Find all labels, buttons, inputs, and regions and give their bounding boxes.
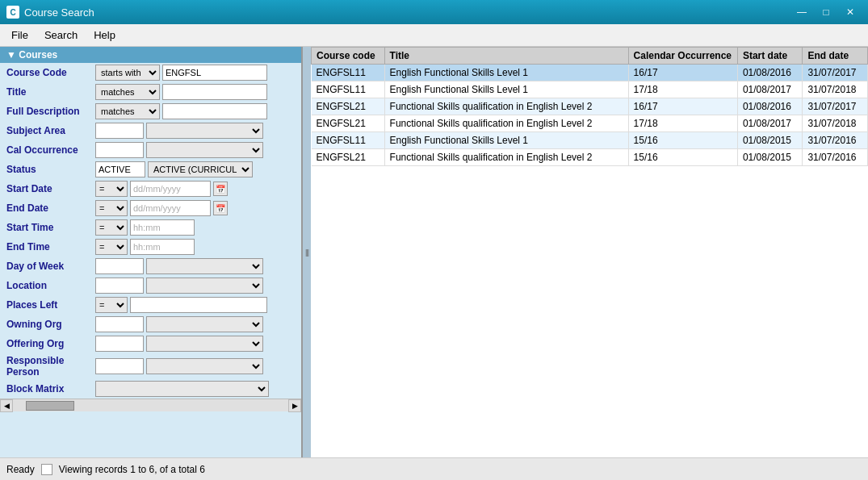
start-date-operator[interactable]: =<>	[95, 181, 128, 197]
cell-title: Functional Skills qualification in Engli…	[384, 115, 628, 132]
status-indicator	[41, 464, 52, 475]
status-label: Status	[6, 164, 95, 175]
start-time-operator[interactable]: =<>	[95, 219, 128, 236]
col-header-cal-occurrence[interactable]: Calendar Occurrence	[628, 48, 737, 65]
responsible-person-label: Responsible Person	[6, 355, 95, 378]
cal-occurrence-row: Cal Occurrence	[0, 140, 301, 160]
close-button[interactable]: ✕	[839, 4, 862, 20]
end-date-row: End Date =<> 📅	[0, 198, 301, 218]
start-date-calendar-icon[interactable]: 📅	[213, 182, 228, 196]
course-code-input[interactable]	[162, 65, 267, 81]
table-row[interactable]: ENGFSL11English Functional Skills Level …	[312, 65, 868, 81]
day-of-week-row: Day of Week	[0, 257, 301, 276]
cell-startDate: 01/08/2017	[737, 115, 803, 132]
full-description-operator[interactable]: matches starts with contains =	[95, 103, 160, 119]
main-layout: ▼ Courses Course Code starts with matche…	[0, 47, 868, 457]
cell-calOccurrence: 16/17	[628, 65, 737, 81]
title-input[interactable]	[162, 84, 267, 100]
resize-handle[interactable]	[303, 47, 311, 457]
places-left-operator[interactable]: =<>	[95, 297, 128, 313]
start-date-label: Start Date	[6, 183, 95, 194]
status-bar: Ready Viewing records 1 to 6, of a total…	[0, 457, 868, 480]
end-time-input[interactable]	[130, 239, 195, 255]
cal-occurrence-dropdown[interactable]	[146, 142, 263, 158]
owning-org-dropdown[interactable]	[146, 316, 263, 332]
cell-endDate: 31/07/2016	[803, 132, 868, 149]
results-tbody: ENGFSL11English Functional Skills Level …	[312, 65, 868, 166]
scrollbar-thumb[interactable]	[26, 401, 74, 411]
window-controls: — □ ✕	[790, 4, 862, 20]
scroll-right-arrow[interactable]: ▶	[288, 399, 301, 412]
cell-endDate: 31/07/2017	[803, 65, 868, 81]
course-code-operator[interactable]: starts with matches contains =	[95, 65, 160, 81]
location-label: Location	[6, 280, 95, 291]
table-row[interactable]: ENGFSL21Functional Skills qualification …	[312, 98, 868, 115]
cell-endDate: 31/07/2017	[803, 98, 868, 115]
menu-item-help[interactable]: Help	[86, 26, 124, 44]
app-icon: C	[6, 6, 19, 19]
end-date-calendar-icon[interactable]: 📅	[213, 201, 228, 215]
places-left-input[interactable]	[130, 297, 267, 313]
start-time-input[interactable]	[130, 219, 195, 236]
responsible-person-dropdown[interactable]	[146, 358, 263, 374]
table-row[interactable]: ENGFSL11English Functional Skills Level …	[312, 81, 868, 98]
responsible-person-code[interactable]	[95, 358, 144, 374]
owning-org-code[interactable]	[95, 316, 144, 332]
menu-item-search[interactable]: Search	[36, 26, 86, 44]
cell-title: Functional Skills qualification in Engli…	[384, 98, 628, 115]
full-description-row: Full Description matches starts with con…	[0, 102, 301, 121]
end-time-label: End Time	[6, 241, 95, 253]
day-of-week-code[interactable]	[95, 258, 144, 274]
status-text: Ready	[6, 464, 35, 475]
day-of-week-dropdown[interactable]	[146, 258, 263, 274]
cell-title: English Functional Skills Level 1	[384, 65, 628, 81]
subject-area-dropdown[interactable]	[146, 123, 263, 139]
table-header-row: Course code Title Calendar Occurrence St…	[312, 48, 868, 65]
maximize-button[interactable]: □	[815, 4, 837, 20]
end-date-operator[interactable]: =<>	[95, 200, 128, 216]
offering-org-dropdown[interactable]	[146, 336, 263, 352]
block-matrix-dropdown[interactable]	[95, 381, 269, 397]
cell-calOccurrence: 15/16	[628, 132, 737, 149]
cell-startDate: 01/08/2017	[737, 81, 803, 98]
full-description-label: Full Description	[6, 106, 95, 117]
table-row[interactable]: ENGFSL21Functional Skills qualification …	[312, 149, 868, 166]
cell-calOccurrence: 15/16	[628, 149, 737, 166]
start-date-input[interactable]	[130, 181, 211, 197]
subject-area-code[interactable]	[95, 123, 144, 139]
status-dropdown[interactable]: ACTIVE (CURRICULUM) ACTIVE INACTIVE	[148, 161, 253, 177]
location-row: Location	[0, 276, 301, 295]
location-dropdown[interactable]	[146, 278, 263, 294]
end-date-input[interactable]	[130, 200, 211, 216]
course-code-row: Course Code starts with matches contains…	[0, 63, 301, 82]
col-header-title[interactable]: Title	[384, 48, 628, 65]
window-title: Course Search	[24, 6, 790, 19]
offering-org-code[interactable]	[95, 336, 144, 352]
start-time-label: Start Time	[6, 222, 95, 233]
start-time-row: Start Time =<>	[0, 218, 301, 237]
col-header-end-date[interactable]: End date	[803, 48, 868, 65]
cell-title: English Functional Skills Level 1	[384, 132, 628, 149]
cell-courseCode: ENGFSL11	[312, 65, 385, 81]
end-time-operator[interactable]: =<>	[95, 239, 128, 255]
col-header-start-date[interactable]: Start date	[737, 48, 803, 65]
location-code[interactable]	[95, 278, 144, 294]
cell-endDate: 31/07/2018	[803, 81, 868, 98]
cell-calOccurrence: 17/18	[628, 81, 737, 98]
cell-title: English Functional Skills Level 1	[384, 81, 628, 98]
menu-item-file[interactable]: File	[3, 26, 36, 44]
col-header-course-code[interactable]: Course code	[312, 48, 385, 65]
start-date-row: Start Date =<> 📅	[0, 179, 301, 198]
status-input[interactable]	[95, 161, 145, 177]
scroll-left-arrow[interactable]: ◀	[0, 399, 13, 412]
full-description-input[interactable]	[162, 103, 267, 119]
cell-startDate: 01/08/2016	[737, 98, 803, 115]
minimize-button[interactable]: —	[790, 4, 813, 20]
cal-occurrence-code[interactable]	[95, 142, 144, 158]
cell-endDate: 31/07/2018	[803, 115, 868, 132]
table-row[interactable]: ENGFSL11English Functional Skills Level …	[312, 132, 868, 149]
horizontal-scrollbar[interactable]: ◀ ▶	[0, 399, 301, 411]
subject-area-label: Subject Area	[6, 125, 95, 136]
table-row[interactable]: ENGFSL21Functional Skills qualification …	[312, 115, 868, 132]
title-operator[interactable]: matches starts with contains =	[95, 84, 160, 100]
